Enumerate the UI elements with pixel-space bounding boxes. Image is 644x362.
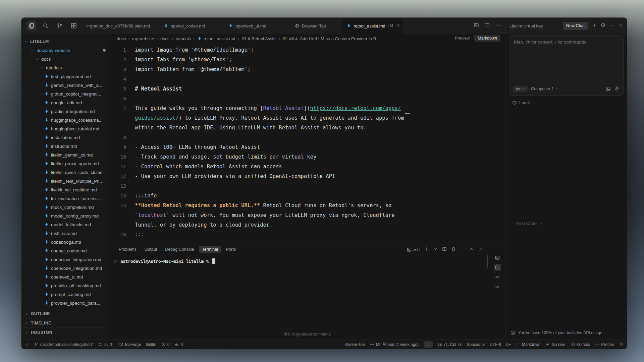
attach-image-icon[interactable] xyxy=(605,86,611,92)
project-root-row[interactable]: LITELLM xyxy=(21,37,109,46)
plus-icon[interactable] xyxy=(592,23,597,29)
tree-file-litellm-gemini-cli-md[interactable]: litellm_gemini_cli.md xyxy=(21,150,109,159)
breadcrumb-item[interactable]: tutorials xyxy=(176,36,191,41)
microphone-icon[interactable] xyxy=(614,86,620,92)
status-search[interactable] xyxy=(424,341,433,348)
mode-button-markdown[interactable]: Markdown xyxy=(474,35,500,42)
tree-file-github-copilot-integrati-[interactable]: github_copilot_integrati... xyxy=(21,89,109,98)
tree-folder-tutorials[interactable]: tutorials xyxy=(21,63,109,72)
panel-tab-output[interactable]: Output xyxy=(141,246,161,253)
tree-file-openweb-ui-md[interactable]: openweb_ui.md xyxy=(21,273,109,281)
more-icon[interactable] xyxy=(609,23,614,29)
agent-mode-selector[interactable] xyxy=(513,86,528,92)
status-litellm[interactable]: litellm xyxy=(146,342,156,347)
breadcrumb-item[interactable]: ## 4. Add LiteLLM as a Custom Provider i… xyxy=(283,36,376,41)
scope-selector[interactable]: Local xyxy=(512,100,536,105)
past-chats[interactable]: Past Chats xyxy=(516,221,543,226)
sidebar-section-timeline[interactable]: TIMELINE xyxy=(21,318,109,327)
status-markdown[interactable]: { }Markdown xyxy=(516,342,540,347)
tree-file-first-playground-md[interactable]: first_playground.md xyxy=(21,72,109,81)
breadcrumb-item[interactable]: my-website xyxy=(132,36,154,41)
tree-file-instructor-md[interactable]: instructor.md xyxy=(21,142,109,150)
tree-file-google-adk-md[interactable]: google_adk.md xyxy=(21,98,109,107)
tree-file-huggingface-codellama-[interactable]: huggingface_codellama... xyxy=(21,116,109,124)
branch-icon[interactable] xyxy=(55,21,64,31)
code-area[interactable]: 1import Image from '@theme/IdealImage';2… xyxy=(109,43,505,244)
status-spaces-3[interactable]: Spaces: 3 xyxy=(467,342,485,347)
panel-tab-debug-console[interactable]: Debug Console xyxy=(162,246,197,253)
chevron-down-icon[interactable] xyxy=(433,247,438,253)
status-go-live[interactable]: Go Live xyxy=(545,342,565,347)
terminal-scrollbar[interactable] xyxy=(487,255,488,268)
status-ln-71-col-73[interactable]: Ln 71, Col 73 xyxy=(438,342,462,347)
status-cursor-tab[interactable]: Cursor Tab xyxy=(345,342,365,347)
tree-file-msft-sso-md[interactable]: msft_sso.md xyxy=(21,229,109,238)
breadcrumb-item[interactable]: docs xyxy=(117,36,126,41)
status-remote[interactable] xyxy=(25,342,29,347)
status-utf-8[interactable]: UTF-8 xyxy=(490,342,501,347)
scrollbar-thumb[interactable] xyxy=(405,113,410,114)
tree-file-installation-md[interactable]: installation.md xyxy=(21,133,109,142)
editor-tab[interactable]: gration_doc_d075fd58.plan.md xyxy=(89,18,153,34)
close-icon[interactable] xyxy=(478,247,483,253)
tree-file-lm-evaluation-harness-[interactable]: lm_evaluation_harness.... xyxy=(21,194,109,203)
tree-file-oobabooga-md[interactable]: oobabooga.md xyxy=(21,238,109,246)
status-prettier[interactable]: Prettier xyxy=(595,342,614,347)
split-search-icon[interactable] xyxy=(474,22,479,29)
terminal-prompt-line[interactable]: astrodevil@Astro-Mac-mini litellm % xyxy=(113,258,215,264)
sidebar-section-houston[interactable]: HOUSTON xyxy=(21,327,109,337)
split-icon[interactable] xyxy=(442,247,447,253)
panel-tab-problems[interactable]: Problems xyxy=(115,246,140,253)
tree-folder-docs-my-website[interactable]: docs/my-website xyxy=(21,46,109,55)
tree-folder-docs[interactable]: docs xyxy=(21,55,109,63)
tree-file-gemini-realtime-with-a-[interactable]: gemini_realtime_with_a... xyxy=(21,81,109,89)
tree-file-gradio-integration-md[interactable]: gradio_integration.md xyxy=(21,107,109,116)
terminal-instance-infinity-icon[interactable] xyxy=(494,274,501,281)
tree-file-model-config-proxy-md[interactable]: model_config_proxy.md xyxy=(21,212,109,220)
new-chat-button[interactable]: New Chat xyxy=(563,22,588,30)
panel-tab-terminal[interactable]: Terminal xyxy=(199,246,221,253)
panel-tab-ports[interactable]: Ports xyxy=(223,246,239,253)
chat-input-box[interactable]: Composer 1 xyxy=(509,35,624,96)
tree-file-litellm-proxy-aporia-md[interactable]: litellm_proxy_aporia.md xyxy=(21,159,109,168)
editor-tab[interactable]: openai_codex.md xyxy=(153,18,216,34)
chat-input[interactable] xyxy=(511,37,622,77)
breadcrumb-item[interactable]: retool_assist.md xyxy=(197,36,235,41)
search-icon[interactable] xyxy=(41,21,50,31)
status-2-0-[interactable]: 2↓ 0↑ xyxy=(98,342,114,347)
status-0[interactable]: 0 xyxy=(174,342,183,347)
status-docs-retool-assist-integration-[interactable]: docs/retool-assist-integration* xyxy=(34,342,93,347)
mode-button-preview[interactable]: Preview xyxy=(451,35,473,42)
tree-file-openclaw-integration-md[interactable]: openclaw_integration.md xyxy=(21,255,109,264)
terminal-instance-terminal-icon[interactable] xyxy=(494,264,501,271)
tree-file-presidio-pii-masking-md[interactable]: presidio_pii_masking.md xyxy=(21,281,109,290)
status-0[interactable]: 0 xyxy=(161,342,170,347)
status-lf[interactable]: LF xyxy=(506,342,511,347)
close-icon[interactable] xyxy=(618,23,623,29)
close-icon[interactable] xyxy=(396,23,400,28)
editor-tab[interactable]: Browser Tab xyxy=(279,18,342,34)
copy-icon[interactable] xyxy=(27,21,36,31)
tree-file-litellm-test-multiple-pr-[interactable]: litellm_Test_Multiple_Pr... xyxy=(21,177,109,185)
clock-icon[interactable] xyxy=(601,23,605,29)
editor-tab[interactable]: retool_assist.md↓M xyxy=(342,18,403,34)
editor-pane[interactable]: docs›my-website›docs›tutorials›retool_as… xyxy=(109,34,505,244)
split-icon[interactable] xyxy=(484,22,490,29)
composer-selector[interactable]: Composer 1 xyxy=(531,86,559,91)
tree-file-openai-codex-md[interactable]: openai_codex.md xyxy=(21,246,109,255)
tree-file-model-fallbacks-md[interactable]: model_fallbacks.md xyxy=(21,220,109,229)
terminal-instance-infinity-icon[interactable] xyxy=(494,283,501,290)
tree-file-litellm-qwen-code-cli-md[interactable]: litellm_qwen_code_cli.md xyxy=(21,168,109,177)
status-kombai[interactable]: Kombai xyxy=(571,342,590,347)
breadcrumb-item[interactable]: # Retool Assist xyxy=(241,36,277,41)
sidebar-section-outline[interactable]: OUTLINE xyxy=(21,309,109,318)
more-icon[interactable] xyxy=(460,247,465,253)
tree-file-mock-completion-md[interactable]: mock_completion.md xyxy=(21,203,109,212)
status-mr-nand-1-week-ago-[interactable]: Mr. Ånand (1 week ago) xyxy=(370,342,419,347)
status-bell[interactable] xyxy=(619,342,624,347)
status-insforge[interactable]: InsForge xyxy=(119,342,141,347)
tree-file-huggingface-tutorial-md[interactable]: huggingface_tutorial.md xyxy=(21,124,109,133)
plus-icon[interactable] xyxy=(424,247,429,253)
terminal-instance-terminal-icon[interactable] xyxy=(494,254,501,261)
trash-icon[interactable] xyxy=(451,247,456,253)
